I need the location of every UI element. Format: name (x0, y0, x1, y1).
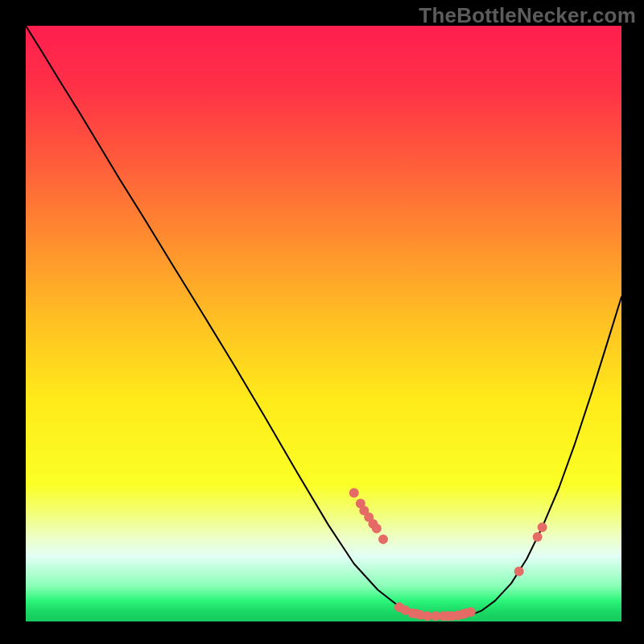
data-markers (26, 26, 621, 621)
data-marker (349, 488, 359, 497)
data-marker (514, 567, 524, 576)
data-marker (372, 524, 382, 534)
watermark-text: TheBottleNecker.com (419, 3, 636, 28)
data-marker (378, 535, 388, 544)
data-marker (538, 522, 547, 532)
data-marker (466, 607, 476, 617)
data-marker (533, 532, 543, 542)
chart-container: TheBottleNecker.com (0, 0, 644, 644)
data-marker (423, 611, 432, 621)
plot-area (26, 26, 621, 621)
